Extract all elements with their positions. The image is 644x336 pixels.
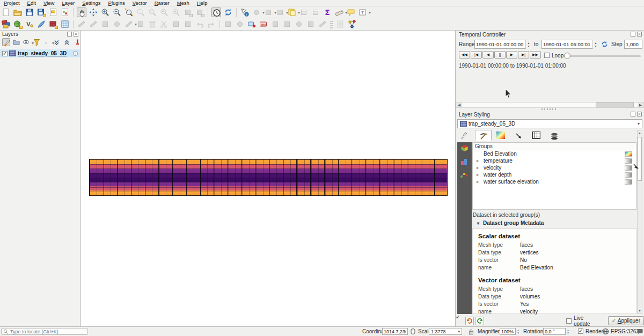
toggle-editing-button[interactable] — [89, 19, 98, 29]
scroll-left-icon[interactable]: ◀ — [456, 103, 462, 107]
range-from-field[interactable]: ▲▼ — [474, 40, 531, 49]
add-mesh-layer-button[interactable] — [48, 19, 58, 29]
text-annotation-button[interactable]: T — [358, 8, 368, 17]
vertex-tool-button[interactable] — [124, 19, 134, 29]
zoom-last-button[interactable] — [159, 8, 169, 17]
rotate-label-button[interactable] — [294, 19, 304, 29]
temporal-hscrollbar[interactable]: ◀ ▶ — [456, 102, 644, 108]
scroll-track[interactable] — [638, 136, 642, 308]
range-to-field[interactable]: ▲▼ — [541, 40, 598, 49]
coordinate-input[interactable] — [382, 328, 408, 335]
metadata-collapsible-header[interactable]: ▼Dataset group Metadata — [476, 220, 544, 226]
layer-item-trap-steady[interactable]: trap_steady_05_3D — [0, 49, 80, 57]
layer-diagram-options-button[interactable] — [235, 19, 245, 29]
reset-style-button[interactable] — [465, 317, 474, 325]
crs-button[interactable] — [602, 328, 609, 336]
close-panel-button[interactable]: × — [74, 32, 78, 36]
processing-tab[interactable] — [457, 168, 472, 181]
cut-features-button[interactable] — [159, 19, 169, 29]
group-swatch-icon[interactable] — [625, 158, 632, 164]
current-edits-button[interactable] — [77, 19, 86, 29]
skip-end-button[interactable]: ▶| — [518, 51, 529, 59]
step-back-button[interactable]: ◀ — [482, 51, 494, 59]
spinner-icon[interactable]: ▲▼ — [516, 328, 521, 335]
zoom-to-layer-button[interactable] — [148, 8, 157, 17]
tab-rendering[interactable] — [528, 130, 545, 141]
menu-view[interactable]: View — [40, 0, 58, 6]
group-row-water-depth[interactable]: ▸ water depth — [473, 171, 636, 178]
identify-features-button[interactable]: i — [240, 8, 250, 17]
add-group-button[interactable] — [12, 38, 20, 46]
layer-labeling-button[interactable] — [247, 19, 257, 29]
tab-stacked-averaging[interactable] — [546, 130, 562, 141]
menu-project[interactable]: Project — [0, 0, 24, 6]
field-calculator-button[interactable] — [311, 8, 320, 17]
move-label-button[interactable] — [282, 19, 292, 29]
group-row-temperature[interactable]: ▸ temperature — [473, 157, 636, 164]
deselect-features-button[interactable] — [275, 8, 285, 17]
scale-combobox[interactable]: 1:3778 ▾ — [429, 328, 462, 335]
menu-vector[interactable]: Vector — [129, 0, 151, 6]
3d-view-tab[interactable] — [457, 142, 472, 155]
new-print-layout-button[interactable] — [48, 8, 58, 17]
tab-vectors[interactable] — [510, 130, 527, 141]
messages-button[interactable] — [636, 328, 643, 336]
new-3d-map-view-button[interactable] — [195, 8, 204, 17]
menu-raster[interactable]: Raster — [151, 0, 173, 6]
expand-all-button[interactable] — [53, 38, 61, 46]
run-feature-action-button[interactable] — [252, 8, 261, 17]
refresh-button[interactable] — [223, 8, 233, 17]
scroll-thumb[interactable] — [596, 103, 634, 107]
rotation-input[interactable] — [543, 328, 566, 335]
mesh-calculator-button[interactable] — [347, 19, 357, 29]
save-project-as-button[interactable] — [36, 8, 46, 17]
add-delimited-text-layer-button[interactable] — [60, 19, 70, 29]
save-layer-edits-button[interactable] — [100, 19, 110, 29]
undock-panel-button[interactable] — [631, 112, 635, 116]
spinner-icon[interactable]: ▲▼ — [525, 40, 531, 49]
skip-start-button[interactable]: |◀ — [471, 51, 482, 59]
remove-layer-button[interactable] — [74, 38, 82, 46]
zoom-full-button[interactable] — [124, 8, 134, 17]
menu-help[interactable]: Help — [193, 0, 211, 6]
change-label-button[interactable] — [306, 19, 316, 29]
group-row-velocity[interactable]: ▸ velocity — [473, 164, 636, 171]
magnifier-input[interactable] — [500, 328, 516, 335]
statistics-button[interactable]: Σ — [323, 8, 332, 17]
select-features-button[interactable] — [264, 8, 273, 17]
refresh-range-button[interactable] — [601, 40, 609, 49]
pan-to-selection-button[interactable] — [89, 8, 98, 17]
add-feature-button[interactable] — [112, 19, 122, 29]
loop-checkbox[interactable] — [544, 53, 550, 58]
lock-scale-button[interactable] — [468, 328, 474, 336]
manage-map-themes-button[interactable] — [23, 38, 31, 46]
pause-button[interactable]: || — [494, 51, 506, 59]
group-swatch-icon[interactable] — [625, 172, 632, 178]
zoom-to-selection-button[interactable] — [136, 8, 145, 17]
layer-visibility-checkbox[interactable] — [2, 51, 8, 56]
expander-icon[interactable]: ▸ — [477, 178, 479, 185]
pin-labels-button[interactable]: abc — [259, 19, 268, 29]
zoom-in-button[interactable] — [100, 8, 110, 17]
spinner-icon[interactable]: ▲▼ — [592, 40, 598, 49]
menu-edit[interactable]: Edit — [24, 0, 40, 6]
group-row-bed-elevation[interactable]: Bed Elevation — [473, 150, 636, 157]
group-swatch-icon[interactable] — [625, 179, 632, 185]
close-panel-button[interactable]: × — [637, 112, 642, 116]
extents-toggle-button[interactable] — [409, 328, 416, 336]
new-project-button[interactable] — [1, 8, 11, 17]
menu-settings[interactable]: Settings — [78, 0, 104, 6]
step-forward-button[interactable]: ▶ — [506, 51, 517, 59]
styling-layer-selector[interactable]: trap_steady_05_3D ▾ — [457, 119, 642, 128]
locator-box[interactable] — [1, 328, 88, 335]
new-map-view-button[interactable] — [183, 8, 193, 17]
help-contents-button[interactable]: ? — [335, 19, 345, 29]
tab-contours[interactable] — [493, 130, 509, 141]
copy-features-button[interactable] — [171, 19, 181, 29]
pan-map-button[interactable] — [77, 8, 86, 17]
open-attribute-table-button[interactable] — [299, 8, 309, 17]
open-layer-styling-button[interactable] — [2, 38, 10, 46]
undock-panel-button[interactable] — [67, 32, 72, 36]
tab-datasets[interactable] — [475, 130, 492, 141]
splitter-handle[interactable] — [541, 108, 558, 110]
